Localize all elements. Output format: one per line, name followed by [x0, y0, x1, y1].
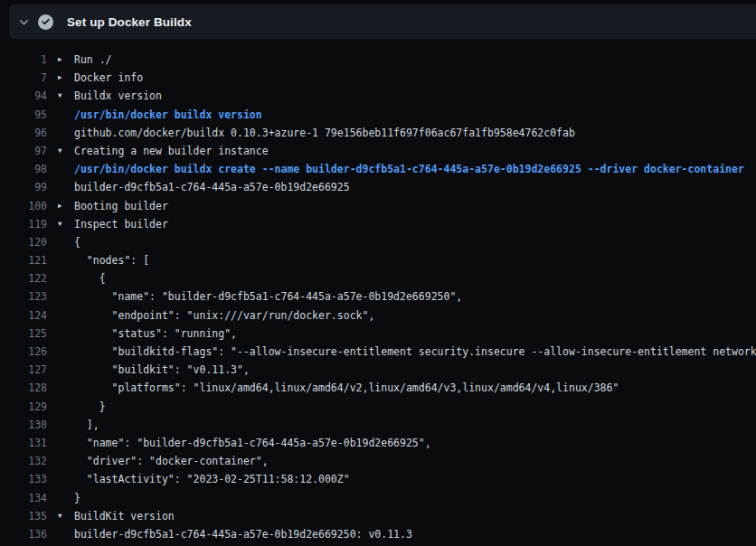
- log-line[interactable]: 119 ▼ Inspect builder: [0, 215, 756, 233]
- log-text: builder-d9cfb5a1-c764-445a-a57e-0b19d2e6…: [74, 525, 756, 543]
- log-line: 124 "endpoint": "unix:///var/run/docker.…: [0, 306, 756, 325]
- log-line: 123 "name": "builder-d9cfb5a1-c764-445a-…: [0, 287, 756, 306]
- line-number-link[interactable]: 125: [0, 325, 47, 343]
- log-line[interactable]: 7 ▶ Docker info: [0, 69, 756, 87]
- log-text: }: [74, 398, 756, 416]
- log-line: 96 github.com/docker/buildx 0.10.3+azure…: [0, 124, 756, 142]
- line-number-link[interactable]: 124: [0, 306, 47, 325]
- group-toggle-icon: [58, 361, 74, 379]
- log-line: 98 /usr/bin/docker buildx create --name …: [0, 160, 756, 178]
- log-text: {: [74, 233, 756, 251]
- line-number-link[interactable]: 130: [0, 416, 47, 434]
- line-number-link[interactable]: 121: [0, 251, 47, 269]
- group-toggle-icon: [58, 452, 74, 470]
- line-number-link[interactable]: 7: [0, 69, 47, 87]
- group-toggle-icon: [58, 233, 74, 251]
- log-text: "nodes": [: [74, 251, 756, 269]
- group-toggle-icon: [58, 470, 74, 488]
- group-toggle-icon: [58, 251, 74, 269]
- log-line: 130 ],: [0, 416, 756, 434]
- line-number-link[interactable]: 95: [0, 106, 47, 124]
- line-number-link[interactable]: 1: [0, 51, 47, 69]
- line-number-link[interactable]: 126: [0, 343, 47, 361]
- group-toggle-icon: [58, 287, 74, 306]
- line-number-link[interactable]: 120: [0, 233, 47, 251]
- log-line[interactable]: 97 ▼ Creating a new builder instance: [0, 142, 756, 160]
- group-toggle-icon: [58, 178, 74, 196]
- log-text: {: [74, 269, 756, 287]
- log-line: 129 }: [0, 398, 756, 416]
- log-text: builder-d9cfb5a1-c764-445a-a57e-0b19d2e6…: [74, 178, 756, 196]
- collapse-group-icon[interactable]: ▼: [58, 215, 74, 233]
- step-header[interactable]: Set up Docker Buildx: [9, 5, 756, 39]
- expand-group-icon[interactable]: ▶: [58, 69, 74, 87]
- log-line: 95 /usr/bin/docker buildx version: [0, 106, 756, 124]
- log-text: "lastActivity": "2023-02-25T11:58:12.000…: [74, 470, 756, 488]
- log-line: 121 "nodes": [: [0, 251, 756, 269]
- line-number-link[interactable]: 136: [0, 525, 47, 543]
- collapse-group-icon[interactable]: ▼: [58, 507, 74, 525]
- line-number-link[interactable]: 100: [0, 197, 47, 215]
- log-text: Docker info: [74, 69, 756, 87]
- line-number-link[interactable]: 119: [0, 215, 47, 233]
- log-text: "name": "builder-d9cfb5a1-c764-445a-a57e…: [74, 434, 756, 452]
- log-text: BuildKit version: [74, 507, 756, 525]
- log-line: 120 {: [0, 233, 756, 251]
- collapse-group-icon[interactable]: ▼: [58, 87, 74, 105]
- group-toggle-icon: [58, 343, 74, 361]
- log-text: /usr/bin/docker buildx version: [74, 106, 756, 124]
- chevron-down-icon[interactable]: [17, 15, 30, 28]
- line-number-link[interactable]: 131: [0, 434, 47, 452]
- expand-group-icon[interactable]: ▶: [58, 197, 74, 215]
- log-line: 128 "platforms": "linux/amd64,linux/amd6…: [0, 379, 756, 397]
- line-number-link[interactable]: 98: [0, 160, 47, 178]
- expand-group-icon[interactable]: ▶: [58, 51, 74, 69]
- line-number-link[interactable]: 127: [0, 361, 47, 379]
- line-number-link[interactable]: 94: [0, 87, 47, 105]
- log-line[interactable]: 94 ▼ Buildx version: [0, 87, 756, 105]
- log-line: 132 "driver": "docker-container",: [0, 452, 756, 470]
- group-toggle-icon: [58, 489, 74, 507]
- log-line: 122 {: [0, 269, 756, 287]
- log-text: "platforms": "linux/amd64,linux/amd64/v2…: [74, 379, 756, 397]
- log-line[interactable]: 100 ▶ Booting builder: [0, 197, 756, 215]
- log-line[interactable]: 1 ▶ Run ./: [0, 51, 756, 69]
- log-text: /usr/bin/docker buildx create --name bui…: [74, 160, 756, 178]
- line-number-link[interactable]: 134: [0, 489, 47, 507]
- log-text: Run ./: [74, 51, 756, 69]
- line-number-link[interactable]: 97: [0, 142, 47, 160]
- line-number-link[interactable]: 96: [0, 124, 47, 142]
- group-toggle-icon: [58, 525, 74, 543]
- line-number-link[interactable]: 99: [0, 178, 47, 196]
- log-text: "status": "running",: [74, 325, 756, 343]
- log-text: Inspect builder: [74, 215, 756, 233]
- collapse-group-icon[interactable]: ▼: [58, 142, 74, 160]
- log-viewer: 1 ▶ Run ./ 7 ▶ Docker info 94 ▼ Buildx v…: [0, 39, 756, 546]
- line-number-link[interactable]: 122: [0, 269, 47, 287]
- log-line: 127 "buildkit": "v0.11.3",: [0, 361, 756, 379]
- log-text: ],: [74, 416, 756, 434]
- line-number-link[interactable]: 135: [0, 507, 47, 525]
- group-toggle-icon: [58, 124, 74, 142]
- log-line: 99 builder-d9cfb5a1-c764-445a-a57e-0b19d…: [0, 178, 756, 196]
- log-text: Booting builder: [74, 197, 756, 215]
- group-toggle-icon: [58, 434, 74, 452]
- log-text: "endpoint": "unix:///var/run/docker.sock…: [74, 306, 756, 325]
- log-text: github.com/docker/buildx 0.10.3+azure-1 …: [74, 124, 756, 142]
- log-text: Buildx version: [74, 87, 756, 105]
- group-toggle-icon: [58, 160, 74, 178]
- step-title: Set up Docker Buildx: [67, 15, 192, 29]
- log-text: }: [74, 489, 756, 507]
- log-line: 134 }: [0, 489, 756, 507]
- log-line: 131 "name": "builder-d9cfb5a1-c764-445a-…: [0, 434, 756, 452]
- line-number-link[interactable]: 128: [0, 379, 47, 397]
- line-number-link[interactable]: 123: [0, 287, 47, 306]
- log-text: "buildkit": "v0.11.3",: [74, 361, 756, 379]
- group-toggle-icon: [58, 106, 74, 124]
- line-number-link[interactable]: 133: [0, 470, 47, 488]
- group-toggle-icon: [58, 325, 74, 343]
- line-number-link[interactable]: 129: [0, 398, 47, 416]
- log-line[interactable]: 135 ▼ BuildKit version: [0, 507, 756, 525]
- line-number-link[interactable]: 132: [0, 452, 47, 470]
- log-text: "name": "builder-d9cfb5a1-c764-445a-a57e…: [74, 287, 756, 306]
